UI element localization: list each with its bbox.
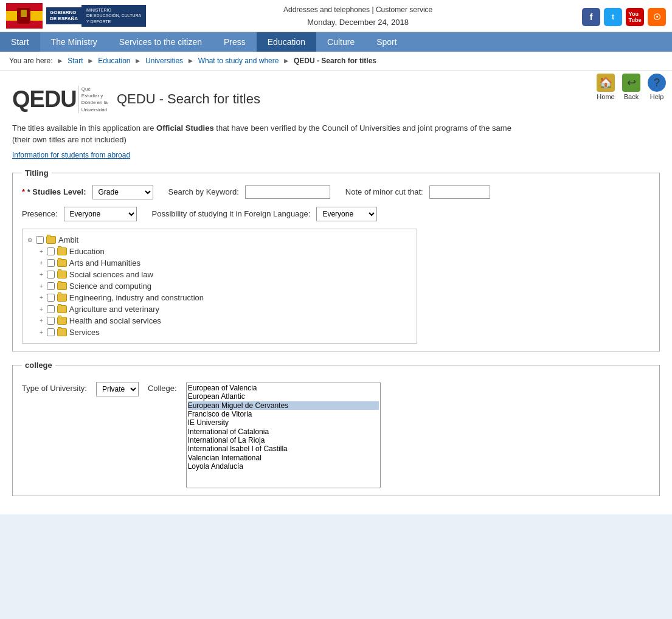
checkbox-education[interactable] <box>47 247 55 255</box>
tree-education-label: Education <box>69 247 105 256</box>
checkbox-health[interactable] <box>47 317 55 325</box>
expander-arts[interactable]: + <box>40 260 43 266</box>
folder-education-icon <box>57 247 67 255</box>
tree-engineering[interactable]: + Engineering, industry and construction <box>40 292 412 303</box>
checkbox-engineering[interactable] <box>47 294 55 302</box>
description-text: The titles available in this application… <box>12 122 529 146</box>
root-folder-icon <box>46 236 56 244</box>
college-option-valencian[interactable]: Valencian International <box>188 454 379 462</box>
info-abroad-link[interactable]: Information for students from abroad <box>12 151 660 159</box>
addresses-link[interactable]: Addresses and telephones <box>283 5 370 14</box>
college-select-label: College: <box>148 384 177 393</box>
breadcrumb-arrow-0: ► <box>57 57 64 65</box>
page-title: QEDU - Search for titles <box>117 91 260 107</box>
presence-label: Presence: <box>22 209 58 218</box>
tree-services[interactable]: + Services <box>40 327 412 338</box>
college-option-loyola[interactable]: Loyola Andalucía <box>188 462 379 471</box>
twitter-icon[interactable]: t <box>604 8 622 26</box>
checkbox-services[interactable] <box>47 328 55 336</box>
qedu-header: QEDU QuéEstudiar yDónde en laUniversidad… <box>12 86 660 113</box>
checkbox-arts[interactable] <box>47 259 55 267</box>
college-option-rioja[interactable]: International of La Rioja <box>188 436 379 444</box>
tree-arts[interactable]: + Arts and Humanities <box>40 257 412 269</box>
help-label: Help <box>650 93 664 100</box>
facebook-icon[interactable]: f <box>582 8 600 26</box>
checkbox-social[interactable] <box>47 271 55 278</box>
nav-services[interactable]: Services to the citizen <box>108 32 213 52</box>
tree-agriculture[interactable]: + Agriculture and veterinary <box>40 303 412 315</box>
social-icons: f t YouTube ☉ <box>582 8 666 26</box>
folder-engineering-icon <box>57 294 67 302</box>
expander-education[interactable]: + <box>40 248 43 255</box>
university-type-select[interactable]: Private Public All <box>96 382 139 396</box>
page-header: GOBIERNODE ESPAÑA MINISTERIODE EDUCACIÓN… <box>0 0 672 32</box>
tree-health[interactable]: + Health and social services <box>40 315 412 327</box>
foreign-lang-label: Possibility of studying it in Foreign La… <box>152 209 311 218</box>
folder-agriculture-icon <box>57 305 67 313</box>
nav-start[interactable]: Start <box>0 32 40 52</box>
back-icon: ↩ <box>622 74 640 92</box>
back-button[interactable]: ↩ Back <box>622 74 640 100</box>
checkbox-science[interactable] <box>47 282 55 290</box>
breadcrumb-prefix: You are here: <box>9 57 53 65</box>
tree-engineering-label: Engineering, industry and construction <box>69 293 204 302</box>
expander-science[interactable]: + <box>40 283 43 289</box>
expander-social[interactable]: + <box>40 271 43 278</box>
home-button[interactable]: 🏠 Home <box>597 74 615 100</box>
official-studies-bold: Official Studies <box>156 123 214 133</box>
college-option-catalonia[interactable]: International of Catalonia <box>188 427 379 436</box>
tree-social[interactable]: + Social sciences and law <box>40 269 412 280</box>
tree-social-label: Social sciences and law <box>69 270 153 279</box>
breadcrumb: You are here: ► Start ► Education ► Univ… <box>0 52 672 71</box>
note-input[interactable] <box>429 185 490 199</box>
govt-logo: GOBIERNODE ESPAÑA <box>46 7 81 25</box>
nav-education[interactable]: Education <box>257 32 316 52</box>
studies-level-select[interactable]: Grade Master Doctorate <box>92 185 153 199</box>
checkbox-agriculture[interactable] <box>47 305 55 313</box>
foreign-lang-select[interactable]: Everyone Yes No <box>316 207 377 221</box>
college-row: Type of University: Private Public All C… <box>22 382 650 488</box>
nav-sport[interactable]: Sport <box>365 32 407 52</box>
folder-arts-icon <box>57 259 67 267</box>
folder-health-icon <box>57 317 67 325</box>
college-legend: college <box>22 361 55 370</box>
expander-services[interactable]: + <box>40 329 43 336</box>
rss-icon[interactable]: ☉ <box>648 8 666 26</box>
nav-ministry[interactable]: The Ministry <box>40 32 108 52</box>
expander-health[interactable]: + <box>40 317 43 324</box>
expander-engineering[interactable]: + <box>40 294 43 301</box>
tree-root[interactable]: ⊝ Ambit <box>27 234 412 246</box>
help-button[interactable]: ? Help <box>648 74 666 100</box>
college-option-atlantic[interactable]: European Atlantic <box>188 392 379 401</box>
keyword-input[interactable] <box>245 185 330 199</box>
youtube-icon[interactable]: YouTube <box>626 8 644 26</box>
nav-press[interactable]: Press <box>213 32 257 52</box>
tree-agriculture-label: Agriculture and veterinary <box>69 305 159 314</box>
college-option-valencia[interactable]: European of Valencia <box>188 384 379 392</box>
breadcrumb-arrow-3: ► <box>187 57 194 65</box>
breadcrumb-universities[interactable]: Universities <box>145 57 183 65</box>
tree-science[interactable]: + Science and computing <box>40 280 412 292</box>
presence-select[interactable]: Everyone On-site Distance Mixed <box>64 207 137 221</box>
college-option-cervantes[interactable]: European Miguel de Cervantes <box>188 401 379 410</box>
breadcrumb-start[interactable]: Start <box>68 57 83 65</box>
utility-icons: 🏠 Home ↩ Back ? Help <box>597 74 666 100</box>
breadcrumb-education[interactable]: Education <box>98 57 130 65</box>
header-date: Monday, December 24, 2018 <box>146 18 570 27</box>
root-checkbox[interactable] <box>36 236 44 244</box>
nav-culture[interactable]: Culture <box>316 32 365 52</box>
college-list[interactable]: European of Valencia European Atlantic E… <box>186 382 381 488</box>
college-option-isabel[interactable]: International Isabel I of Castilla <box>188 444 379 453</box>
college-option-vitoria[interactable]: Francisco de Vitoria <box>188 410 379 418</box>
navigation-bar: Start The Ministry Services to the citiz… <box>0 32 672 52</box>
tree-education[interactable]: + Education <box>40 246 412 257</box>
root-expander[interactable]: ⊝ <box>27 237 32 243</box>
college-option-ie[interactable]: IE University <box>188 418 379 427</box>
breadcrumb-arrow-2: ► <box>134 57 142 65</box>
customer-service-link[interactable]: Customer service <box>376 5 432 14</box>
breadcrumb-what-to-study[interactable]: What to study and where <box>198 57 279 65</box>
qedu-logo-subtext: QuéEstudiar yDónde en laUniversidad <box>78 86 108 113</box>
titling-fieldset: Titling * * Studies Level: Grade Master … <box>12 168 660 351</box>
back-label: Back <box>624 93 639 100</box>
expander-agriculture[interactable]: + <box>40 306 43 313</box>
